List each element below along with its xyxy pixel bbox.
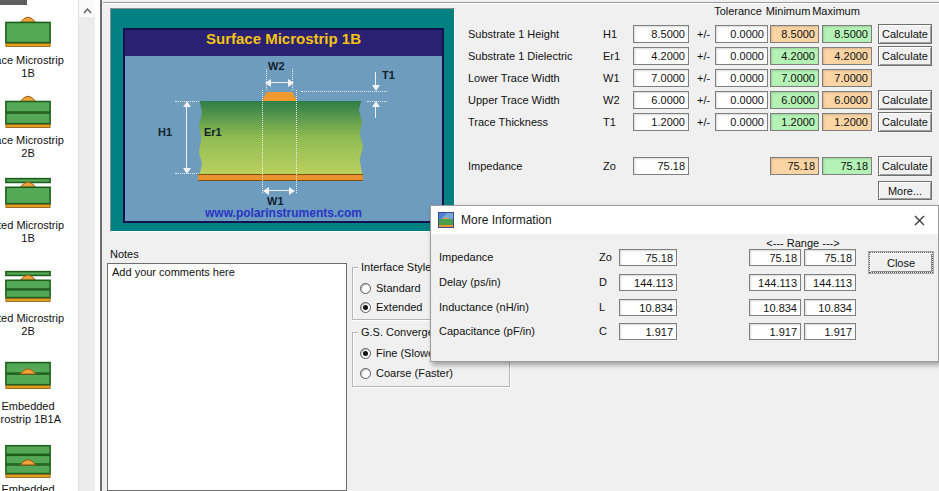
structure-item-surface-microstrip-2b[interactable]: face Microstrip 2B <box>0 94 78 162</box>
arrow-head-icon <box>289 187 295 195</box>
calculate-button-Zo[interactable]: Calculate <box>878 156 932 176</box>
arrow-head-icon <box>183 101 191 107</box>
param-tolerance-input-W1[interactable] <box>715 69 768 87</box>
dialog-range-min-field-C: 1.917 <box>749 323 801 340</box>
window-corner-fragment <box>0 0 27 5</box>
close-x-icon <box>914 214 925 229</box>
dialog-value-field-C: 1.917 <box>619 323 677 340</box>
impedance-min-field: 75.18 <box>770 157 819 175</box>
calculate-button-Er1[interactable]: Calculate <box>878 46 932 66</box>
structure-item-embedded-microstrip-1b1a[interactable]: Embedded crostrip 1B1A <box>0 357 78 428</box>
t1-label: T1 <box>382 69 395 81</box>
dialog-value-field-D: 144.113 <box>619 274 677 291</box>
dialog-title-bar[interactable]: More Information <box>431 206 938 234</box>
h1-dimension-arrow <box>186 105 187 170</box>
param-max-field-W2: 6.0000 <box>822 91 872 109</box>
dialog-range-min-field-D: 144.113 <box>749 274 801 291</box>
param-value-input-T1[interactable] <box>633 113 689 131</box>
param-value-input-W2[interactable] <box>633 91 689 109</box>
structure-list-scrollbar[interactable] <box>78 0 95 491</box>
plus-minus-label: +/- <box>697 116 710 128</box>
maximum-column-header: Maximum <box>806 5 866 17</box>
impedance-value-input[interactable] <box>633 157 689 175</box>
dialog-close-x-button[interactable] <box>908 213 930 229</box>
param-symbol-Er1: Er1 <box>603 50 620 62</box>
arrow-head-icon <box>183 168 191 174</box>
param-symbol-W2: W2 <box>603 94 620 106</box>
diagram-body: W2 T1 H1 Er1 W1 www.polarinstruments.com <box>125 56 442 221</box>
notes-label: Notes <box>110 248 139 260</box>
trace-shape <box>262 92 297 101</box>
ground-plane-shape <box>198 174 363 181</box>
arrow-head-icon <box>263 187 269 195</box>
structure-item-label: face Microstrip <box>0 54 70 66</box>
plus-minus-label: +/- <box>697 72 710 84</box>
gs-convergence-radio-1[interactable] <box>360 368 371 379</box>
structure-item-embedded-microstrip-2b1a[interactable]: Embedded <box>0 443 78 491</box>
structure-item-surface-microstrip-1b[interactable]: face Microstrip 1B <box>0 13 78 82</box>
param-tolerance-input-H1[interactable] <box>715 25 768 43</box>
dialog-row-label-D: Delay (ps/in) <box>439 276 501 288</box>
guide-line <box>262 90 263 193</box>
dialog-range-min-field-L: 10.834 <box>749 299 801 316</box>
dialog-title: More Information <box>461 213 552 227</box>
structure-item-coated-microstrip-1b[interactable]: ated Microstrip 1B <box>0 174 78 247</box>
param-max-field-W1: 7.0000 <box>822 69 872 87</box>
diagram-title: Surface Microstrip 1B <box>125 30 442 56</box>
param-label-W2: Upper Trace Width <box>468 94 560 106</box>
param-max-field-H1: 8.5000 <box>822 25 872 43</box>
param-symbol-H1: H1 <box>603 28 617 40</box>
embedded-microstrip-2b1a-icon <box>3 443 53 487</box>
more-information-dialog: More Information <--- Range ---> Close I… <box>430 205 939 362</box>
param-min-field-T1: 1.2000 <box>770 113 819 131</box>
chevron-up-icon <box>83 0 92 18</box>
coated-microstrip-1b-icon <box>3 174 53 218</box>
arrow-head-icon <box>372 85 380 91</box>
structure-item-label: face Microstrip <box>0 134 70 146</box>
param-symbol-T1: T1 <box>603 116 616 128</box>
application-window: face Microstrip 1B face Microstrip 2B at… <box>0 0 939 491</box>
calculate-button-W2[interactable]: Calculate <box>878 90 932 110</box>
param-value-input-W1[interactable] <box>633 69 689 87</box>
dialog-row-label-L: Inductance (nH/in) <box>439 301 529 313</box>
calculate-button-T1[interactable]: Calculate <box>878 112 932 132</box>
dialog-range-max-field-L: 10.834 <box>804 299 856 316</box>
dialog-value-field-L: 10.834 <box>619 299 677 316</box>
dialog-row-symbol-Zo: Zo <box>599 251 612 263</box>
structure-item-label: ated Microstrip <box>0 219 70 231</box>
param-tolerance-input-W2[interactable] <box>715 91 768 109</box>
param-label-W1: Lower Trace Width <box>468 72 560 84</box>
range-header: <--- Range ---> <box>747 237 859 249</box>
structure-item-label: 1B <box>0 67 70 79</box>
scrollbar-up-button[interactable] <box>79 0 96 17</box>
more-button[interactable]: More... <box>878 181 932 200</box>
guide-line <box>296 90 297 193</box>
param-max-field-T1: 1.2000 <box>822 113 872 131</box>
interface-style-radio-label-0: Standard <box>376 282 421 294</box>
interface-style-radio-0[interactable] <box>360 283 371 294</box>
interface-style-radio-1[interactable] <box>360 302 371 313</box>
param-tolerance-input-T1[interactable] <box>715 113 768 131</box>
param-max-field-Er1: 4.2000 <box>822 47 872 65</box>
dialog-value-field-Zo: 75.18 <box>619 249 677 266</box>
param-value-input-H1[interactable] <box>633 25 689 43</box>
param-min-field-Er1: 4.2000 <box>770 47 819 65</box>
param-symbol-W1: W1 <box>603 72 620 84</box>
w2-label: W2 <box>268 60 285 72</box>
structure-item-coated-microstrip-2b[interactable]: ated Microstrip 2B <box>0 267 78 340</box>
gs-convergence-radio-0[interactable] <box>360 348 371 359</box>
notes-textarea[interactable]: Add your comments here <box>107 263 347 491</box>
gs-convergence-radio-label-1: Coarse (Faster) <box>376 367 453 379</box>
param-value-input-Er1[interactable] <box>633 47 689 65</box>
surface-microstrip-1b-icon <box>3 13 53 57</box>
plus-minus-label: +/- <box>697 50 710 62</box>
calculate-button-H1[interactable]: Calculate <box>878 24 932 44</box>
arrow-head-icon <box>372 101 380 107</box>
t1-dimension-arrow <box>375 106 376 118</box>
param-label-T1: Trace Thickness <box>468 116 548 128</box>
dialog-row-label-Zo: Impedance <box>439 251 493 263</box>
coated-microstrip-2b-icon <box>3 267 53 311</box>
param-tolerance-input-Er1[interactable] <box>715 47 768 65</box>
close-button[interactable]: Close <box>869 252 933 273</box>
structure-item-label: 2B <box>0 147 70 159</box>
